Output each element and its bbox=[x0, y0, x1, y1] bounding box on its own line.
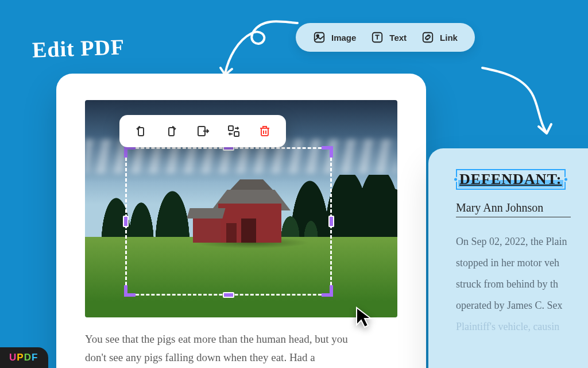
svg-rect-8 bbox=[234, 132, 239, 136]
svg-rect-3 bbox=[423, 33, 433, 43]
text-line: don't see any pigs falling down when the… bbox=[85, 351, 315, 363]
document-card-with-image: You see that the pigs eat more than the … bbox=[56, 74, 426, 368]
delete-button[interactable] bbox=[250, 121, 279, 141]
text-line: struck from behind by th bbox=[456, 278, 558, 290]
text-line: On Sep 02, 2022, the Plain bbox=[456, 236, 567, 247]
text-line: operated by James C. Sex bbox=[456, 300, 562, 311]
selection-handle[interactable] bbox=[322, 146, 333, 158]
selection-handle[interactable] bbox=[328, 216, 334, 227]
svg-rect-7 bbox=[229, 126, 233, 131]
heading-text: DEFENDANT: bbox=[458, 171, 563, 187]
selection-handle[interactable] bbox=[223, 292, 234, 298]
rotate-left-icon bbox=[134, 124, 148, 138]
export-icon bbox=[196, 124, 210, 138]
link-tool[interactable]: Link bbox=[421, 31, 458, 44]
document-paragraph: On Sep 02, 2022, the Plain stopped in he… bbox=[456, 231, 588, 337]
selection-handle[interactable] bbox=[124, 285, 136, 297]
selection-handle[interactable] bbox=[453, 177, 458, 182]
svg-point-1 bbox=[316, 34, 319, 37]
svg-rect-5 bbox=[169, 128, 174, 136]
selection-handle[interactable] bbox=[123, 216, 129, 227]
edit-toolbar: Image Text Link bbox=[296, 23, 475, 52]
arrow-decoration-icon bbox=[477, 63, 568, 144]
selection-handle[interactable] bbox=[124, 146, 136, 158]
document-paragraph: You see that the pigs eat more than the … bbox=[85, 330, 401, 368]
text-line: stopped in her motor veh bbox=[456, 257, 559, 269]
cursor-icon bbox=[355, 306, 376, 329]
extract-button[interactable] bbox=[188, 121, 217, 141]
document-card-text-edit: DEFENDANT: Mary Ann Johnson On Sep 02, 2… bbox=[428, 148, 588, 368]
selection-handle[interactable] bbox=[563, 177, 568, 182]
link-icon bbox=[421, 31, 434, 44]
text-selection-box[interactable]: DEFENDANT: bbox=[456, 169, 566, 190]
defendant-name: Mary Ann Johnson bbox=[456, 201, 571, 217]
image-edit-toolbar bbox=[119, 115, 286, 147]
rotate-right-button[interactable] bbox=[157, 121, 186, 141]
trash-icon bbox=[258, 124, 272, 138]
text-line: You see that the pigs eat more than the … bbox=[85, 333, 348, 345]
selection-handle[interactable] bbox=[322, 285, 333, 297]
tool-label: Image bbox=[331, 33, 356, 43]
svg-rect-9 bbox=[261, 128, 268, 136]
svg-rect-4 bbox=[138, 128, 144, 136]
rotate-right-icon bbox=[165, 124, 179, 138]
page-title: Edit PDF bbox=[32, 34, 125, 63]
text-tool[interactable]: Text bbox=[371, 31, 407, 44]
text-icon bbox=[371, 31, 384, 44]
replace-button[interactable] bbox=[219, 121, 248, 141]
image-tool[interactable]: Image bbox=[313, 31, 356, 44]
tool-label: Link bbox=[440, 33, 458, 43]
image-icon bbox=[313, 31, 326, 44]
crop-selection[interactable] bbox=[125, 147, 332, 296]
selected-image[interactable] bbox=[85, 100, 397, 317]
replace-icon bbox=[227, 124, 241, 138]
text-line: Plaintiff's vehicle, causin bbox=[456, 321, 559, 332]
rotate-left-button[interactable] bbox=[126, 121, 155, 141]
tool-label: Text bbox=[389, 33, 407, 43]
brand-logo: UPDF bbox=[0, 347, 48, 368]
